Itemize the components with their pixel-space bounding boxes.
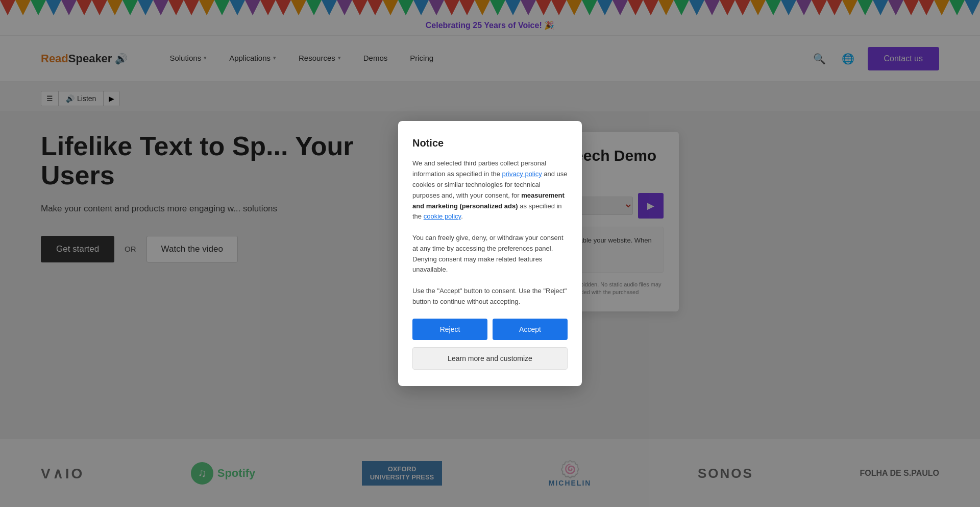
accept-button[interactable]: Accept <box>493 319 568 340</box>
cookie-modal: Notice We and selected third parties col… <box>398 121 582 385</box>
modal-title: Notice <box>412 137 568 149</box>
privacy-policy-link[interactable]: privacy policy <box>502 170 542 178</box>
reject-button[interactable]: Reject <box>412 319 487 340</box>
modal-action-buttons: Reject Accept <box>412 319 568 340</box>
cookie-modal-overlay: Notice We and selected third parties col… <box>0 0 980 507</box>
customize-button[interactable]: Learn more and customize <box>412 347 568 370</box>
modal-body: We and selected third parties collect pe… <box>412 158 568 307</box>
cookie-policy-link[interactable]: cookie policy <box>424 212 461 220</box>
